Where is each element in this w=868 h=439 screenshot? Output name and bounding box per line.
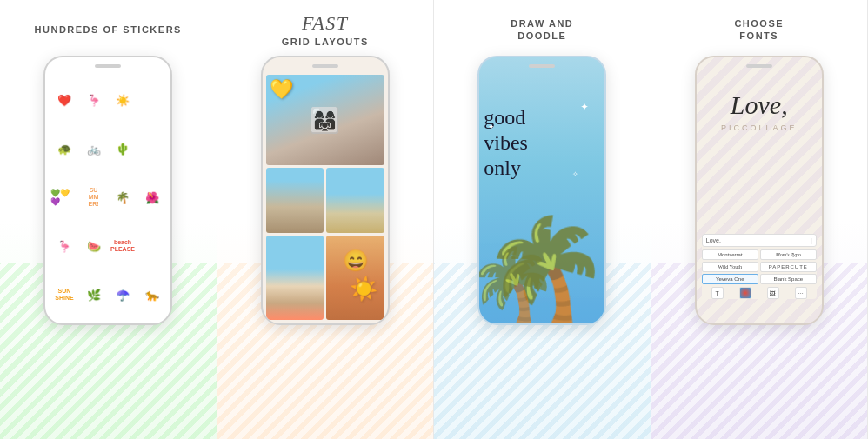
sticker-flower: 🌺 (138, 174, 166, 221)
gold-heart-sticker: 💛 (270, 78, 293, 101)
sticker-flamingo2: 🦩 (50, 223, 78, 269)
font-text-input[interactable]: Love, | (702, 234, 817, 247)
sparkle-mark-3: ✧ (572, 170, 578, 178)
palm-tree-left: 🌴 (477, 249, 558, 323)
collage-cell-boardwalk (266, 168, 324, 233)
sticker-cactus: 🌵 (109, 125, 137, 172)
panel-doodle-title: DRAW AND DOODLE (511, 16, 573, 43)
stickers-grid: ❤️ 🦩 ☀️ 🐢 🚲 🌵 💚💛💜 SUMMER! 🌴 🌺 🦩 🍉 beachP… (50, 76, 165, 318)
font-tool-color[interactable] (739, 287, 751, 299)
sticker-palm: 🌴 (109, 174, 137, 221)
collage-row-1: 👩‍👩‍👧 💛 (266, 75, 384, 165)
sticker-empty3 (138, 223, 166, 269)
sparkle-mark-2: ✦ (488, 123, 495, 131)
font-toolbar: T 🖼 ··· (702, 287, 817, 299)
sticker-empty2 (138, 125, 166, 172)
sticker-watermelon: 🍉 (80, 223, 108, 269)
font-tool-text[interactable]: T (711, 287, 724, 299)
sticker-summer: SUMMER! (80, 174, 108, 221)
sticker-leaves: 🌿 (80, 271, 108, 318)
font-option-papercute[interactable]: PAPERCUTE (760, 262, 817, 272)
collage-row-3: 😄 ☀️ (266, 236, 384, 320)
sticker-sun: ☀️ (109, 76, 137, 123)
sticker-hearts: 💚💛💜 (50, 174, 78, 221)
collage-cell-ferris (266, 236, 324, 320)
phone-grid: 👩‍👩‍👧 💛 😄 ☀️ (261, 56, 390, 325)
sticker-bike: 🚲 (80, 125, 108, 172)
grid-title-normal: GRID LAYOUTS (282, 36, 369, 48)
panel-choose-fonts: CHOOSE FONTS Love, PICCOLLAGE Love, | Mo… (651, 0, 869, 439)
font-options-grid: Montserrat Mom's Typo Wild Youth PAPERCU… (702, 249, 817, 284)
font-option-moms-typo[interactable]: Mom's Typo (760, 249, 817, 260)
grid-title-italic: Fast (302, 12, 348, 34)
font-tool-image[interactable]: 🖼 (767, 287, 779, 299)
phone-doodle: 🌴 🌴 goodvibesonly ✦ ✦ ✧ (477, 56, 606, 325)
collage-cell-people-beach (326, 168, 384, 233)
sticker-empty (138, 76, 166, 123)
doodle-text: goodvibesonly (484, 105, 578, 180)
phone-stickers: ❤️ 🦩 ☀️ 🐢 🚲 🌵 💚💛💜 SUMMER! 🌴 🌺 🦩 🍉 beachP… (43, 56, 172, 325)
sun-overlay-sticker: ☀️ (350, 276, 377, 303)
collage-row-2 (266, 168, 384, 233)
font-option-montserrat[interactable]: Montserrat (702, 249, 758, 260)
sticker-flamingo: 🦩 (80, 76, 108, 123)
sticker-beach-please: beachPLEASE (109, 223, 137, 269)
font-demo-piccollage: PICCOLLAGE (697, 123, 822, 132)
phone-fonts: Love, PICCOLLAGE Love, | Montserrat Mom'… (695, 56, 824, 325)
panel-stickers-title: HUNDREDS OF STICKERS (35, 16, 182, 43)
collage-container: 👩‍👩‍👧 💛 😄 ☀️ (266, 75, 384, 320)
font-tool-more[interactable]: ··· (795, 287, 807, 299)
font-demo-display: Love, PICCOLLAGE (697, 90, 822, 132)
font-option-yeveva[interactable]: Yeveva One (702, 274, 758, 284)
sticker-heart: ❤️ (50, 76, 78, 123)
panel-stickers: HUNDREDS OF STICKERS ❤️ 🦩 ☀️ 🐢 🚲 🌵 💚💛💜 S… (0, 0, 217, 439)
sticker-turtle: 🐢 (50, 125, 78, 172)
sticker-umbrella: ☂️ (109, 271, 137, 318)
sparkle-mark-1: ✦ (580, 101, 589, 113)
font-demo-love: Love, (697, 90, 822, 120)
sticker-sunshine: SUNSHINE (50, 271, 78, 318)
font-option-wild-youth[interactable]: Wild Youth (702, 262, 758, 272)
panel-draw-doodle: DRAW AND DOODLE 🌴 🌴 goodvibesonly ✦ ✦ ✧ (434, 0, 651, 439)
photo-collage: 👩‍👩‍👧 💛 😄 ☀️ (266, 75, 384, 320)
panel-grid-layouts: Fast GRID LAYOUTS 👩‍👩‍👧 💛 (217, 0, 435, 439)
panel-fonts-title: CHOOSE FONTS (734, 16, 784, 43)
panel-grid-title: Fast GRID LAYOUTS (282, 16, 369, 43)
font-option-blank-space[interactable]: Blank Space (760, 274, 817, 284)
sticker-leopard: 🐆 (138, 271, 166, 318)
font-input-cursor: | (811, 236, 812, 244)
font-picker-panel: Love, | Montserrat Mom's Typo Wild Youth… (702, 234, 817, 299)
